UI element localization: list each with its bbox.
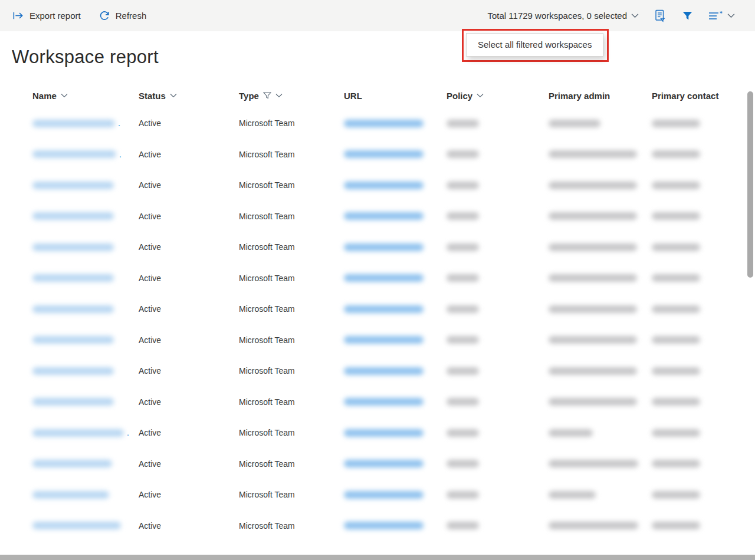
- primary-contact-value-redacted: [652, 274, 755, 282]
- primary-contact-value-redacted: [652, 243, 755, 251]
- policy-value-redacted: [447, 367, 549, 375]
- table-row: ActiveMicrosoft Team: [0, 170, 755, 201]
- workspace-name-link-redacted[interactable]: [32, 305, 139, 313]
- primary-admin-value-redacted: [549, 522, 652, 529]
- workspace-name-link-redacted[interactable]: [32, 336, 139, 344]
- table-row: .ActiveMicrosoft Team: [0, 139, 755, 170]
- name-trailing-dot: .: [118, 118, 120, 128]
- primary-admin-value-redacted: [549, 336, 652, 344]
- primary-admin-value-redacted: [549, 460, 652, 467]
- page-title: Workspace report: [12, 46, 755, 68]
- primary-contact-value-redacted: [652, 491, 755, 499]
- primary-contact-value-redacted: [652, 336, 755, 344]
- column-header-primary-admin[interactable]: Primary admin: [549, 91, 652, 101]
- chevron-down-icon: [61, 93, 68, 98]
- url-link-redacted[interactable]: [344, 305, 447, 313]
- name-trailing-dot: .: [127, 428, 129, 437]
- table-row: ActiveMicrosoft Team: [0, 201, 755, 232]
- workspace-name-link-redacted[interactable]: [32, 367, 139, 375]
- url-link-redacted[interactable]: [344, 429, 447, 437]
- url-link-redacted[interactable]: [344, 491, 447, 499]
- workspace-name-link-redacted[interactable]: .: [32, 150, 139, 159]
- url-link-redacted[interactable]: [344, 398, 447, 406]
- view-options-icon: [708, 11, 724, 21]
- workspace-name-link-redacted[interactable]: [32, 274, 139, 282]
- column-header-url[interactable]: URL: [344, 91, 447, 101]
- column-header-name[interactable]: Name: [32, 91, 139, 101]
- column-header-type[interactable]: Type: [239, 91, 344, 101]
- url-link-redacted[interactable]: [344, 367, 447, 375]
- column-header-label: Status: [139, 91, 166, 101]
- chevron-down-icon: [275, 93, 283, 98]
- selection-summary-dropdown[interactable]: Total 11729 workspaces, 0 selected: [487, 11, 639, 21]
- policy-value-redacted: [447, 120, 549, 127]
- export-report-button[interactable]: Export report: [12, 9, 81, 22]
- column-header-primary-contact[interactable]: Primary contact: [652, 91, 755, 101]
- policy-value-redacted: [447, 243, 549, 251]
- table-row: ActiveMicrosoft Team: [0, 449, 755, 480]
- workspace-name-link-redacted[interactable]: [32, 212, 139, 220]
- policy-value-redacted: [447, 460, 549, 467]
- table-row: ActiveMicrosoft Team: [0, 263, 755, 294]
- url-link-redacted[interactable]: [344, 150, 447, 158]
- primary-contact-value-redacted: [652, 429, 755, 437]
- column-header-policy[interactable]: Policy: [447, 91, 549, 101]
- command-bar: Export report Refresh Total 11729 worksp…: [0, 0, 755, 31]
- table-row: .ActiveMicrosoft Team: [0, 108, 755, 139]
- url-link-redacted[interactable]: [344, 336, 447, 344]
- type-value: Microsoft Team: [239, 180, 344, 190]
- policy-value-redacted: [447, 336, 549, 344]
- policy-value-redacted: [447, 182, 549, 189]
- primary-contact-value-redacted: [652, 150, 755, 158]
- export-icon: [12, 9, 24, 22]
- table-row: ActiveMicrosoft Team: [0, 325, 755, 356]
- policy-value-redacted: [447, 212, 549, 220]
- policy-value-redacted: [447, 274, 549, 282]
- view-options-button[interactable]: [708, 11, 735, 21]
- workspace-name-link-redacted[interactable]: [32, 491, 139, 499]
- refresh-icon: [99, 10, 110, 22]
- status-value: Active: [139, 366, 239, 375]
- workspace-name-link-redacted[interactable]: [32, 182, 139, 189]
- chevron-down-icon: [170, 93, 177, 98]
- url-link-redacted[interactable]: [344, 274, 447, 282]
- status-value: Active: [139, 304, 239, 314]
- primary-admin-value-redacted: [549, 182, 652, 189]
- selection-summary-label: Total 11729 workspaces, 0 selected: [487, 11, 627, 21]
- horizontal-scrollbar[interactable]: [0, 555, 755, 560]
- workspace-name-link-redacted[interactable]: .: [32, 428, 139, 437]
- url-link-redacted[interactable]: [344, 212, 447, 220]
- filter-button[interactable]: [681, 10, 694, 22]
- select-all-filtered-menu-item[interactable]: Select all filtered workspaces: [466, 33, 603, 57]
- url-link-redacted[interactable]: [344, 460, 447, 467]
- refresh-button[interactable]: Refresh: [99, 10, 147, 22]
- column-header-status[interactable]: Status: [139, 91, 239, 101]
- workspace-name-link-redacted[interactable]: [32, 398, 139, 406]
- column-header-label: Type: [239, 91, 259, 101]
- filter-funnel-icon: [263, 92, 271, 100]
- table-row: ActiveMicrosoft Team: [0, 510, 755, 542]
- vertical-scrollbar-thumb[interactable]: [747, 91, 753, 278]
- workspace-name-link-redacted[interactable]: [32, 460, 139, 467]
- url-link-redacted[interactable]: [344, 522, 447, 529]
- url-link-redacted[interactable]: [344, 243, 447, 251]
- workspace-name-link-redacted[interactable]: .: [32, 118, 139, 128]
- url-link-redacted[interactable]: [344, 182, 447, 189]
- status-value: Active: [139, 335, 239, 345]
- primary-admin-value-redacted: [549, 367, 652, 375]
- primary-admin-value-redacted: [549, 120, 652, 127]
- filter-list-button[interactable]: [654, 9, 667, 22]
- primary-contact-value-redacted: [652, 398, 755, 406]
- primary-admin-value-redacted: [549, 305, 652, 313]
- type-value: Microsoft Team: [239, 150, 344, 159]
- primary-contact-value-redacted: [652, 120, 755, 127]
- filter-solid-icon: [681, 10, 694, 22]
- column-header-label: Name: [32, 91, 57, 101]
- type-value: Microsoft Team: [239, 459, 344, 469]
- status-value: Active: [139, 180, 239, 190]
- policy-value-redacted: [447, 491, 549, 499]
- url-link-redacted[interactable]: [344, 120, 447, 127]
- workspace-name-link-redacted[interactable]: [32, 522, 139, 529]
- workspace-name-link-redacted[interactable]: [32, 243, 139, 251]
- chevron-down-icon: [727, 13, 735, 18]
